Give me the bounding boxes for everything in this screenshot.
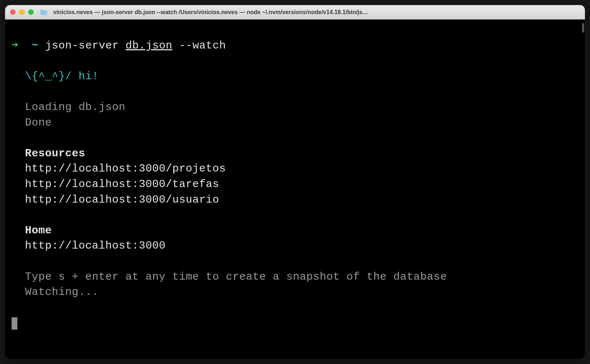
folder-icon — [40, 9, 47, 15]
hi-face: \{^_^}/ — [25, 70, 72, 82]
watching-text: Watching... — [25, 286, 99, 298]
terminal-cursor — [12, 317, 17, 330]
command-binary: json-server — [45, 39, 119, 52]
terminal-window: vinicios.neves — json-server db.json --w… — [5, 5, 585, 359]
snapshot-hint: Type s + enter at any time to create a s… — [25, 271, 447, 283]
home-header: Home — [25, 224, 52, 237]
minimize-button[interactable] — [19, 9, 25, 15]
command-arg-file: db.json — [126, 39, 173, 52]
maximize-button[interactable] — [28, 9, 34, 15]
command-flag: --watch — [179, 39, 226, 52]
close-button[interactable] — [10, 9, 16, 15]
home-url: http://localhost:3000 — [25, 240, 166, 252]
terminal-body[interactable]: ➜ ~ json-server db.json --watch \{^_^}/ … — [5, 20, 585, 359]
prompt-path: ~ — [32, 39, 39, 52]
prompt-arrow-icon: ➜ — [12, 39, 18, 52]
resource-url: http://localhost:3000/tarefas — [25, 178, 219, 190]
done-text: Done — [25, 117, 52, 129]
loading-text: Loading db.json — [25, 101, 126, 113]
hi-text: hi! — [79, 70, 99, 82]
window-controls — [10, 9, 34, 15]
resources-header: Resources — [25, 147, 85, 160]
window-titlebar[interactable]: vinicios.neves — json-server db.json --w… — [5, 5, 585, 20]
window-title: vinicios.neves — json-server db.json --w… — [53, 9, 580, 16]
resource-url: http://localhost:3000/usuario — [25, 194, 219, 206]
scrollbar-thumb[interactable] — [582, 23, 584, 33]
resource-url: http://localhost:3000/projetos — [25, 162, 226, 175]
